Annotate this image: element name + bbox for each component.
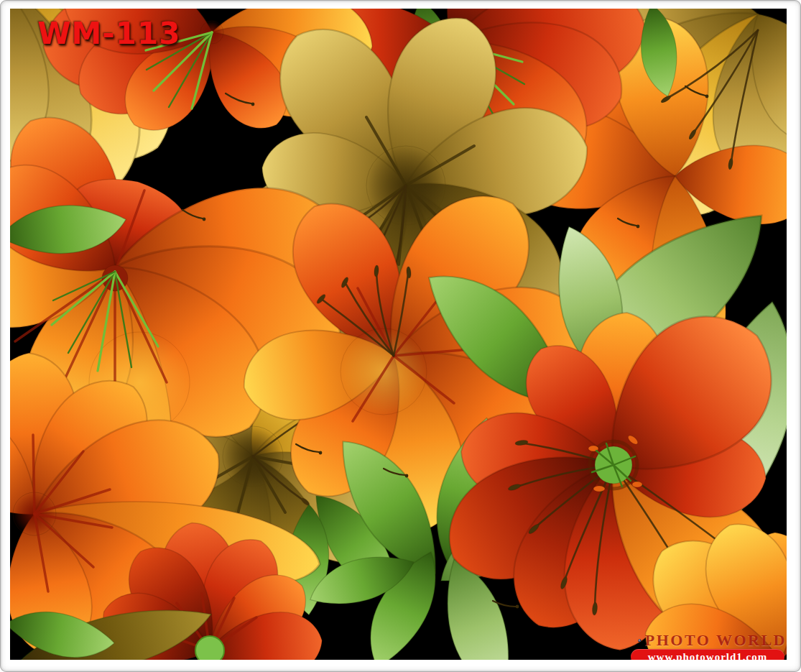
design-code-label: WM-113 xyxy=(37,16,180,51)
watermark-url-banner: www.photoworld1.com xyxy=(631,649,784,660)
floral-painting xyxy=(10,9,787,660)
watermark-brand-text: PHOTO WORLD xyxy=(645,631,787,650)
floral-artwork: WM-113 PHOTO WORLD www.photoworld1. xyxy=(10,9,787,660)
photo-frame: WM-113 PHOTO WORLD www.photoworld1. xyxy=(0,0,801,672)
globe-icon xyxy=(638,639,642,643)
watermark-brand: PHOTO WORLD xyxy=(638,631,787,650)
